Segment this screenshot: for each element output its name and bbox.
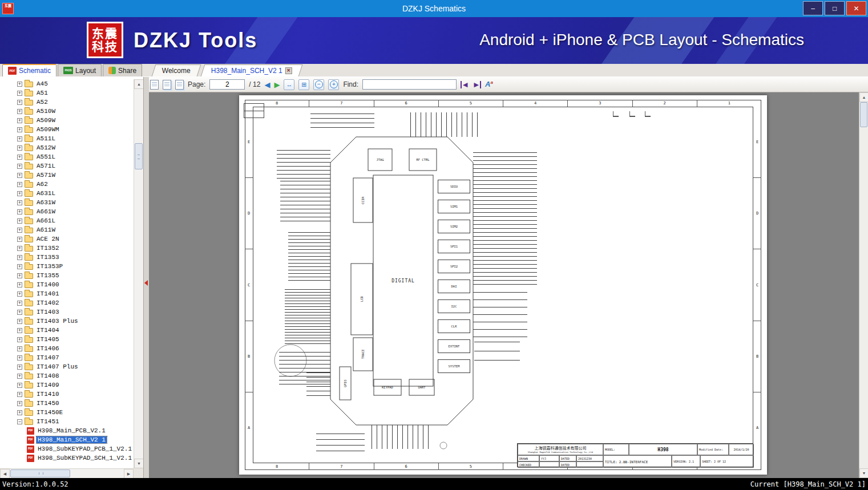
- expand-icon[interactable]: +: [17, 383, 22, 388]
- tree-file-item[interactable]: PDF H398_SubKEYPAD_PCB_1_V2.1: [0, 444, 134, 453]
- tree-folder-item[interactable]: + IT1408: [0, 371, 134, 380]
- fit-width-icon[interactable]: ↔: [284, 79, 294, 90]
- find-next-icon[interactable]: ▶: [473, 81, 481, 88]
- tree-folder-item[interactable]: + IT1403 Plus: [0, 317, 134, 326]
- tree-folder-item[interactable]: + A631L: [0, 189, 134, 198]
- expand-icon[interactable]: +: [17, 164, 22, 169]
- tree-folder-item[interactable]: + A551L: [0, 152, 134, 161]
- tree-folder-item[interactable]: + IT1450E: [0, 408, 134, 417]
- panel-splitter[interactable]: [144, 77, 149, 478]
- tree-folder-item[interactable]: + A511L: [0, 134, 134, 143]
- tree-folder-item[interactable]: + IT1407: [0, 353, 134, 362]
- expand-icon[interactable]: +: [17, 145, 22, 151]
- tree-folder-item[interactable]: + A512W: [0, 143, 134, 152]
- expand-icon[interactable]: +: [17, 365, 22, 370]
- tree-folder-item[interactable]: + A52: [0, 98, 134, 107]
- expand-icon[interactable]: +: [17, 237, 22, 242]
- tree-folder-item[interactable]: + A631W: [0, 198, 134, 207]
- tree-folder-item[interactable]: + IT1403: [0, 307, 134, 317]
- tree-folder-item[interactable]: + A571L: [0, 161, 134, 171]
- tab-welcome[interactable]: Welcome: [152, 64, 201, 76]
- expand-icon[interactable]: +: [17, 291, 22, 297]
- scroll-down-icon[interactable]: ▼: [134, 459, 144, 468]
- expand-icon[interactable]: +: [17, 218, 22, 224]
- scrollbar-thumb[interactable]: [10, 469, 70, 477]
- tree-folder-item[interactable]: + A51: [0, 88, 134, 98]
- expand-icon[interactable]: +: [17, 209, 22, 214]
- sidebar-horizontal-scrollbar[interactable]: ◀ ▶: [0, 468, 134, 478]
- tree-folder-item[interactable]: + IT1400: [0, 280, 134, 289]
- expand-icon[interactable]: +: [17, 282, 22, 287]
- facing-pages-icon[interactable]: [175, 80, 184, 90]
- tree-folder-item[interactable]: + IT1355: [0, 271, 134, 280]
- expand-icon[interactable]: +: [17, 155, 22, 160]
- expand-icon[interactable]: +: [17, 255, 22, 260]
- expand-icon[interactable]: +: [17, 346, 22, 351]
- tree-folder-item-expanded[interactable]: − IT1451: [0, 417, 134, 426]
- tree-folder-item[interactable]: + A509WM: [0, 125, 134, 134]
- find-input[interactable]: [362, 79, 457, 90]
- expand-icon[interactable]: +: [17, 109, 22, 114]
- expand-icon[interactable]: +: [17, 273, 22, 278]
- expand-icon[interactable]: +: [17, 374, 22, 379]
- expand-icon[interactable]: +: [17, 410, 22, 415]
- scrollbar-thumb[interactable]: [135, 143, 143, 169]
- tree-folder-item[interactable]: + A62: [0, 180, 134, 189]
- maximize-button[interactable]: □: [825, 1, 845, 15]
- expand-icon[interactable]: +: [17, 136, 22, 141]
- expand-icon[interactable]: +: [17, 328, 22, 333]
- tree-folder-item[interactable]: + IT1353: [0, 253, 134, 262]
- tree-folder-item[interactable]: + IT1450: [0, 399, 134, 408]
- page-number-input[interactable]: [209, 79, 245, 90]
- expand-icon[interactable]: +: [17, 173, 22, 178]
- close-tab-icon[interactable]: ✕: [285, 67, 292, 74]
- tree-file-item-selected[interactable]: PDF H398_Main_SCH_V2 1: [0, 435, 134, 444]
- tree-folder-item[interactable]: + IT1407 Plus: [0, 362, 134, 371]
- viewer-vertical-scrollbar[interactable]: ▲ ▼: [859, 92, 868, 478]
- tree-folder-item[interactable]: + IT1401: [0, 289, 134, 298]
- tab-share[interactable]: Share: [103, 64, 142, 76]
- expand-icon[interactable]: +: [17, 200, 22, 205]
- scroll-up-icon[interactable]: ▲: [859, 92, 868, 102]
- tree-folder-item[interactable]: + IT1352: [0, 244, 134, 253]
- zoom-out-icon[interactable]: −: [313, 79, 324, 90]
- single-page-icon[interactable]: [150, 80, 159, 90]
- tab-layout[interactable]: PADS Layout: [58, 64, 102, 76]
- tab-document[interactable]: H398_Main_SCH_V2 1 ✕: [200, 64, 302, 76]
- copy-page-icon[interactable]: [163, 80, 171, 90]
- tree-folder-item[interactable]: + A510W: [0, 107, 134, 116]
- tree-folder-item[interactable]: + IT1405: [0, 335, 134, 344]
- tree-file-item[interactable]: PDF H398_SubKEYPAD_SCH_1_V2.1: [0, 453, 134, 463]
- tree-folder-item[interactable]: + A661W: [0, 207, 134, 216]
- expand-icon[interactable]: +: [17, 127, 22, 132]
- expand-icon[interactable]: +: [17, 355, 22, 361]
- find-previous-icon[interactable]: ◀: [461, 81, 469, 88]
- scroll-up-icon[interactable]: ▲: [134, 79, 144, 89]
- tree-folder-item[interactable]: + A661L: [0, 216, 134, 225]
- fit-page-icon[interactable]: ⊞: [298, 79, 309, 90]
- expand-icon[interactable]: +: [17, 310, 22, 315]
- expand-icon[interactable]: +: [17, 91, 22, 96]
- tab-schematic[interactable]: PDF Schematic: [2, 64, 56, 76]
- sidebar-vertical-scrollbar[interactable]: ▲ ▼: [134, 79, 143, 468]
- tree-folder-item[interactable]: + IT1353P: [0, 262, 134, 271]
- tree-folder-item[interactable]: + ACE 2N: [0, 234, 134, 244]
- tree-folder-item[interactable]: + A611W: [0, 225, 134, 234]
- close-button[interactable]: ✕: [846, 1, 866, 15]
- tree-folder-item[interactable]: + IT1402: [0, 298, 134, 307]
- tree-folder-item[interactable]: + A45: [0, 79, 134, 88]
- expand-icon[interactable]: +: [17, 401, 22, 406]
- scroll-right-icon[interactable]: ▶: [124, 469, 134, 478]
- zoom-in-icon[interactable]: +: [328, 79, 339, 90]
- expand-icon[interactable]: +: [17, 82, 22, 87]
- expand-icon[interactable]: +: [17, 246, 22, 251]
- expand-icon[interactable]: +: [17, 191, 22, 196]
- scroll-left-icon[interactable]: ◀: [0, 469, 10, 478]
- expand-icon[interactable]: +: [17, 228, 22, 233]
- expand-icon[interactable]: +: [17, 118, 22, 123]
- previous-page-icon[interactable]: ◀: [264, 80, 270, 89]
- collapse-panel-icon[interactable]: [144, 280, 148, 286]
- tree-folder-item[interactable]: + A509W: [0, 116, 134, 125]
- tree-folder-item[interactable]: + A571W: [0, 171, 134, 180]
- expand-icon[interactable]: +: [17, 182, 22, 187]
